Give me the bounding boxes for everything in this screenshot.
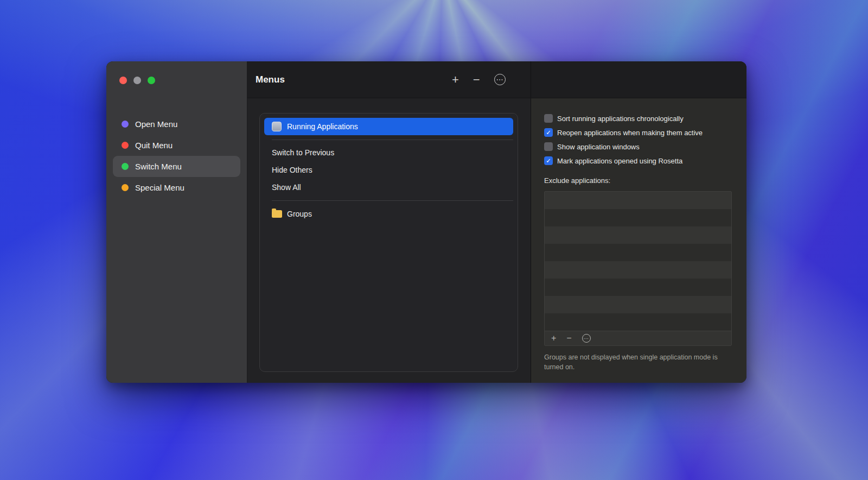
- list-divider: [272, 140, 513, 140]
- folder-icon: [272, 210, 282, 218]
- exclude-list-row: [545, 261, 731, 279]
- menu-color-dot: [122, 121, 129, 128]
- add-menu-item-button[interactable]: +: [452, 74, 459, 86]
- desktop-wallpaper: Open Menu Quit Menu Switch Menu Special …: [0, 0, 868, 480]
- checkbox-label: Show application windows: [557, 143, 640, 151]
- sidebar-item[interactable]: Switch Menu: [113, 156, 240, 177]
- remove-menu-item-button[interactable]: −: [473, 74, 480, 86]
- checkbox-label: Reopen applications when making them act…: [557, 129, 703, 137]
- exclude-list-row: [545, 279, 731, 296]
- titlebar[interactable]: Menus + − ⋯: [247, 61, 746, 98]
- list-item-label: Switch to Previous: [272, 148, 334, 157]
- exclude-list-row: [545, 244, 731, 261]
- exclude-list-row: [545, 226, 731, 244]
- menus-panel: Running Applications Switch to Previous …: [247, 98, 531, 383]
- exclude-list-row: [545, 192, 731, 209]
- exclude-list-rows: [545, 192, 731, 331]
- sidebar-item[interactable]: Open Menu: [113, 113, 240, 135]
- list-divider: [272, 200, 513, 201]
- list-item-groups[interactable]: Groups: [260, 205, 518, 223]
- list-item-label: Show All: [272, 183, 301, 192]
- sidebar-item-label: Switch Menu: [135, 162, 182, 171]
- exclude-list-row: [545, 209, 731, 226]
- sidebar-item[interactable]: Quit Menu: [113, 135, 240, 156]
- exclude-list-row: [545, 296, 731, 313]
- checkbox-row[interactable]: ✓ Reopen applications when making them a…: [544, 125, 746, 140]
- titlebar-toolbar: + − ⋯: [452, 61, 506, 98]
- list-item-label: Hide Others: [272, 166, 312, 174]
- minimize-button[interactable]: [133, 77, 141, 84]
- sidebar-divider: [247, 61, 247, 383]
- sidebar-item-label: Open Menu: [135, 119, 177, 129]
- sidebar-item-label: Quit Menu: [135, 141, 173, 150]
- checkbox-row[interactable]: Sort running applications chronologicall…: [544, 111, 746, 125]
- list-item[interactable]: Hide Others: [260, 161, 518, 179]
- list-item[interactable]: Show All: [260, 179, 518, 196]
- menu-actions-group: Switch to Previous Hide Others Show All: [260, 144, 518, 196]
- checkbox[interactable]: ✓: [544, 128, 553, 137]
- checkbox-label: Mark applications opened using Rosetta: [557, 157, 682, 165]
- sidebar: Open Menu Quit Menu Switch Menu Special …: [106, 61, 247, 383]
- menu-color-dot: [122, 163, 129, 170]
- checkbox[interactable]: ✓: [544, 156, 553, 165]
- groups-footnote: Groups are not displayed when single app…: [544, 352, 732, 372]
- checkbox[interactable]: [544, 114, 553, 123]
- exclude-applications-list[interactable]: + − ⋯: [544, 191, 732, 346]
- app-grid-icon: [272, 122, 282, 131]
- sidebar-item[interactable]: Special Menu: [113, 177, 240, 198]
- close-button[interactable]: [119, 77, 127, 84]
- checkbox-label: Sort running applications chronologicall…: [557, 115, 684, 123]
- exclude-more-button[interactable]: ⋯: [582, 334, 591, 343]
- list-item-label: Running Applications: [287, 122, 358, 131]
- options-checkbox-group: Sort running applications chronologicall…: [531, 98, 746, 168]
- checkbox-row[interactable]: Show application windows: [544, 140, 746, 154]
- menu-color-dot: [122, 184, 129, 191]
- sidebar-item-label: Special Menu: [135, 183, 184, 192]
- list-item-running-applications[interactable]: Running Applications: [264, 118, 513, 135]
- exclude-list-row: [545, 313, 731, 331]
- page-title: Menus: [256, 61, 285, 98]
- checkbox[interactable]: [544, 142, 553, 151]
- window-controls: [119, 77, 155, 84]
- more-options-button[interactable]: ⋯: [494, 74, 506, 85]
- sidebar-menu-list: Open Menu Quit Menu Switch Menu Special …: [106, 113, 247, 198]
- list-item-label: Groups: [287, 210, 312, 218]
- add-excluded-app-button[interactable]: +: [551, 334, 556, 343]
- exclude-applications-label: Exclude applications:: [544, 176, 746, 185]
- exclude-list-toolbar: + − ⋯: [545, 331, 731, 345]
- menu-items-list: Running Applications Switch to Previous …: [259, 113, 518, 372]
- zoom-button[interactable]: [148, 77, 155, 84]
- checkbox-row[interactable]: ✓ Mark applications opened using Rosetta: [544, 154, 746, 168]
- details-panel: Sort running applications chronologicall…: [531, 98, 746, 383]
- app-window: Open Menu Quit Menu Switch Menu Special …: [106, 61, 746, 383]
- menu-color-dot: [122, 142, 129, 149]
- remove-excluded-app-button[interactable]: −: [566, 334, 571, 343]
- panel-divider: [531, 61, 531, 383]
- list-item[interactable]: Switch to Previous: [260, 144, 518, 161]
